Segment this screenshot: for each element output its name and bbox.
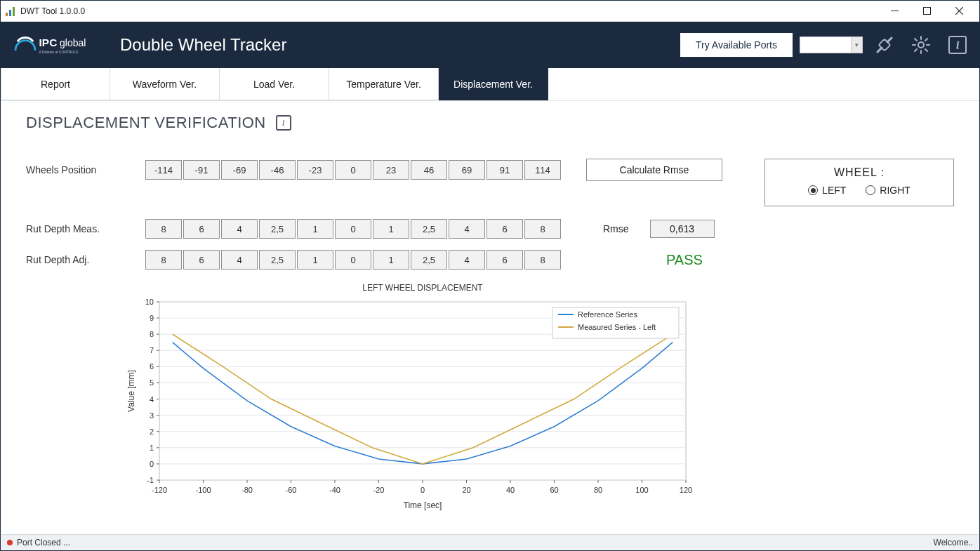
- svg-text:global: global: [60, 37, 86, 48]
- cell[interactable]: 2,5: [259, 250, 296, 270]
- svg-rect-2: [13, 7, 15, 16]
- cell[interactable]: 1: [297, 250, 333, 270]
- cell[interactable]: 6: [183, 250, 220, 270]
- cell[interactable]: -23: [297, 160, 333, 180]
- cell[interactable]: 6: [486, 250, 523, 270]
- window-titlebar: DWT Tool 1.0.0.0: [1, 1, 979, 22]
- cell[interactable]: -46: [259, 160, 296, 180]
- tab-temperature-ver[interactable]: Temperature Ver.: [329, 68, 439, 100]
- radio-dot-icon: [866, 185, 875, 195]
- rmse-label: Rmse: [603, 223, 629, 234]
- cell[interactable]: 0: [335, 160, 371, 180]
- svg-text:1: 1: [150, 444, 154, 452]
- cell[interactable]: 4: [449, 250, 485, 270]
- window-title: DWT Tool 1.0.0.0: [20, 6, 85, 16]
- svg-rect-1: [9, 10, 11, 16]
- cell[interactable]: 2,5: [259, 219, 296, 239]
- svg-text:0: 0: [421, 486, 425, 494]
- minimize-button[interactable]: [878, 1, 911, 22]
- svg-text:Value [mm]: Value [mm]: [126, 370, 136, 412]
- cell[interactable]: 0: [335, 219, 371, 239]
- wheel-right-radio[interactable]: RIGHT: [866, 185, 911, 196]
- cell[interactable]: 69: [449, 160, 485, 180]
- cell[interactable]: 8: [145, 250, 182, 270]
- cell[interactable]: 114: [524, 160, 561, 180]
- rmse-value: 0,613: [650, 220, 715, 238]
- svg-text:10: 10: [145, 298, 154, 306]
- cell[interactable]: 2,5: [411, 250, 447, 270]
- calculate-rmse-button[interactable]: Calculate Rmse: [586, 159, 722, 181]
- cell[interactable]: 0: [335, 250, 371, 270]
- svg-text:Measured Series - Left: Measured Series - Left: [578, 323, 656, 331]
- settings-gear-icon[interactable]: [906, 30, 936, 60]
- section-title-text: DISPLACEMENT VERIFICATION: [26, 114, 266, 132]
- cell[interactable]: 1: [373, 250, 409, 270]
- cell[interactable]: -91: [183, 160, 220, 180]
- tab-bar: Report Waveform Ver. Load Ver. Temperatu…: [1, 68, 979, 101]
- cell[interactable]: 6: [486, 219, 523, 239]
- cell[interactable]: 1: [297, 219, 333, 239]
- svg-text:20: 20: [462, 486, 470, 494]
- connect-plug-icon[interactable]: [870, 30, 899, 60]
- svg-text:-20: -20: [373, 486, 385, 494]
- svg-text:3: 3: [150, 411, 154, 420]
- cell[interactable]: 4: [221, 250, 258, 270]
- maximize-button[interactable]: [911, 1, 943, 22]
- tab-load-ver[interactable]: Load Ver.: [220, 68, 329, 100]
- cell[interactable]: 46: [411, 160, 447, 180]
- cell[interactable]: 1: [373, 219, 409, 239]
- rut-depth-meas-label: Rut Depth Meas.: [26, 223, 145, 234]
- cell[interactable]: 8: [524, 219, 561, 239]
- info-icon[interactable]: i: [943, 30, 972, 60]
- port-select[interactable]: ▾: [800, 36, 863, 53]
- wheel-select-panel: WHEEL : LEFT RIGHT: [764, 159, 954, 206]
- cell[interactable]: 4: [221, 219, 258, 239]
- rut-depth-meas-cells: 8642,51012,5468: [145, 219, 561, 239]
- content-area: DISPLACEMENT VERIFICATION i Wheels Posit…: [1, 101, 979, 515]
- cell[interactable]: -69: [221, 160, 258, 180]
- wheel-left-label: LEFT: [822, 185, 846, 196]
- tab-waveform-ver[interactable]: Waveform Ver.: [110, 68, 220, 100]
- cell[interactable]: 6: [183, 219, 220, 239]
- cell[interactable]: 91: [486, 160, 523, 180]
- status-indicator-icon: [7, 540, 13, 545]
- svg-rect-4: [923, 8, 930, 15]
- svg-text:-120: -120: [152, 486, 167, 494]
- section-title: DISPLACEMENT VERIFICATION i: [26, 114, 954, 132]
- status-bar: Port Closed ... Welcome..: [1, 534, 979, 550]
- svg-text:Time [sec]: Time [sec]: [404, 500, 442, 510]
- rut-depth-adj-cells: 8642,51012,5468: [145, 250, 561, 270]
- svg-text:8: 8: [150, 330, 154, 338]
- svg-text:5: 5: [150, 378, 154, 387]
- svg-text:80: 80: [594, 486, 602, 494]
- result-status: PASS: [666, 252, 703, 268]
- section-info-icon[interactable]: i: [276, 115, 291, 131]
- wheels-position-label: Wheels Position: [26, 164, 145, 175]
- svg-text:i: i: [956, 39, 959, 51]
- cell[interactable]: 4: [449, 219, 485, 239]
- chevron-down-icon: ▾: [851, 37, 862, 53]
- svg-text:6: 6: [150, 362, 154, 371]
- brand-logo: IPC global A Division of CONTROLS: [11, 32, 109, 58]
- try-available-ports-button[interactable]: Try Available Ports: [680, 33, 793, 57]
- tab-report[interactable]: Report: [1, 68, 110, 100]
- status-text-left: Port Closed ...: [17, 538, 70, 547]
- app-title: Double Wheel Tracker: [120, 35, 286, 55]
- svg-text:7: 7: [150, 346, 154, 354]
- tab-displacement-ver[interactable]: Displacement Ver.: [439, 68, 548, 100]
- cell[interactable]: 8: [524, 250, 561, 270]
- svg-text:60: 60: [550, 486, 558, 494]
- app-icon: [5, 6, 16, 17]
- brand-primary: IPC: [39, 36, 58, 48]
- svg-text:0: 0: [150, 460, 154, 468]
- cell[interactable]: 2,5: [411, 219, 447, 239]
- wheel-left-radio[interactable]: LEFT: [808, 185, 846, 196]
- svg-text:120: 120: [680, 486, 692, 494]
- radio-dot-icon: [808, 185, 818, 195]
- cell[interactable]: 23: [373, 160, 409, 180]
- cell[interactable]: -114: [145, 160, 182, 180]
- wheel-panel-title: WHEEL :: [779, 166, 939, 179]
- cell[interactable]: 8: [145, 219, 182, 239]
- svg-text:40: 40: [506, 486, 515, 494]
- close-button[interactable]: [943, 1, 975, 22]
